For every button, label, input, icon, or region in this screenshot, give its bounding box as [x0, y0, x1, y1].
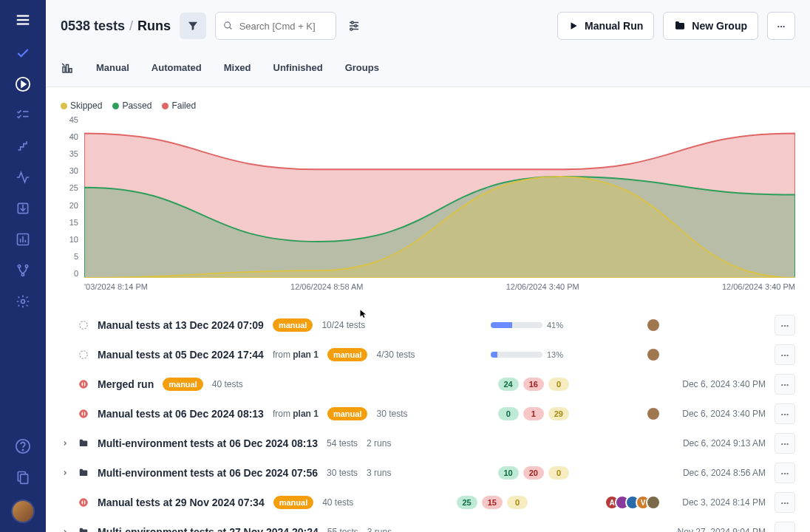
tab-groups[interactable]: Groups: [345, 59, 379, 76]
svg-point-41: [79, 498, 88, 507]
ellipsis-icon: ···: [780, 527, 789, 533]
run-title[interactable]: Multi-environment tests at 27 Nov 2024 2…: [98, 526, 319, 532]
row-more-button[interactable]: ···: [775, 492, 795, 513]
passed-pill: 24: [498, 378, 519, 391]
row-more-button[interactable]: ···: [775, 344, 795, 365]
steps-icon[interactable]: [14, 137, 32, 155]
expand-caret-icon[interactable]: [61, 469, 69, 477]
svg-point-24: [351, 21, 353, 24]
breadcrumb-current: Runs: [137, 18, 171, 34]
checklist-icon[interactable]: [14, 106, 32, 124]
skipped-pill: 0: [548, 466, 569, 480]
run-meta: 30 tests: [376, 409, 407, 419]
run-meta: 55 tests: [327, 527, 358, 532]
run-title[interactable]: Manual tests at 06 Dec 2024 08:13: [98, 408, 264, 420]
check-icon[interactable]: [14, 44, 32, 62]
new-group-button[interactable]: New Group: [663, 12, 758, 40]
assignee-avatars[interactable]: [646, 347, 661, 362]
skipped-pill: 29: [548, 407, 569, 420]
branch-icon[interactable]: [14, 262, 32, 279]
filter-button[interactable]: [180, 13, 206, 39]
chart-area: SkippedPassedFailed 454035302520151050 '…: [46, 87, 810, 304]
progress-pct: 13%: [547, 350, 569, 359]
pulse-icon[interactable]: [14, 168, 32, 186]
svg-point-18: [22, 449, 23, 450]
y-tick: 10: [61, 235, 78, 244]
run-row: Manual tests at 13 Dec 2024 07:09manual1…: [61, 310, 795, 340]
topbar: 0538 tests / Runs Manual Run New Grou: [46, 0, 810, 52]
chart-plot[interactable]: [84, 115, 795, 278]
docs-icon[interactable]: [14, 468, 32, 486]
bar-chart-icon[interactable]: [14, 231, 32, 248]
run-title[interactable]: Manual tests at 13 Dec 2024 07:09: [98, 319, 264, 331]
expand-caret-icon[interactable]: [61, 440, 69, 447]
help-icon[interactable]: [14, 437, 32, 455]
svg-line-22: [230, 27, 232, 30]
chart-legend: SkippedPassedFailed: [61, 100, 795, 111]
breadcrumb-root[interactable]: 0538 tests: [61, 18, 125, 34]
search-box[interactable]: [215, 12, 336, 40]
svg-rect-31: [67, 64, 69, 72]
run-title[interactable]: Merged run: [98, 378, 154, 390]
assignee-avatars[interactable]: AV: [605, 495, 661, 510]
legend-item: Failed: [162, 100, 196, 111]
ellipsis-icon: ···: [780, 468, 789, 479]
manual-run-button[interactable]: Manual Run: [557, 12, 654, 40]
run-timestamp: Nov 27, 2024 9:04 PM: [670, 527, 766, 532]
run-group-row: Multi-environment tests at 06 Dec 2024 0…: [61, 458, 795, 488]
breadcrumb-sep: /: [129, 18, 133, 34]
search-input[interactable]: [239, 21, 328, 32]
run-title[interactable]: Multi-environment tests at 06 Dec 2024 0…: [98, 467, 318, 479]
folder-icon: [78, 468, 89, 478]
svg-rect-43: [84, 501, 85, 505]
play-icon: [568, 21, 579, 31]
result-pills: 10200: [498, 466, 570, 480]
chart-toggle-icon[interactable]: [61, 61, 74, 75]
hamburger-menu-icon[interactable]: [12, 9, 34, 31]
run-row: Manual tests at 29 Nov 2024 07:34manual4…: [61, 488, 795, 517]
tab-automated[interactable]: Automated: [152, 59, 202, 76]
more-button[interactable]: ···: [767, 12, 795, 40]
x-tick: 12/06/2024 8:58 AM: [290, 282, 363, 291]
row-more-button[interactable]: ···: [775, 374, 795, 395]
row-more-button[interactable]: ···: [775, 463, 795, 483]
row-more-button[interactable]: ···: [775, 315, 795, 335]
run-title[interactable]: Manual tests at 29 Nov 2024 07:34: [98, 497, 265, 508]
main: 0538 tests / Runs Manual Run New Grou: [46, 0, 810, 532]
x-tick: 12/06/2024 3:40 PM: [722, 282, 795, 291]
tab-mixed[interactable]: Mixed: [224, 59, 251, 76]
legend-label: Skipped: [70, 100, 102, 111]
import-icon[interactable]: [14, 200, 32, 217]
assignee-avatars[interactable]: [646, 406, 661, 421]
ellipsis-icon: ···: [777, 21, 785, 32]
assignee-avatars[interactable]: [646, 318, 661, 332]
tab-unfinished[interactable]: Unfinished: [273, 59, 323, 76]
expand-caret-icon[interactable]: [61, 528, 69, 532]
settings-sliders-button[interactable]: [345, 17, 363, 35]
breadcrumb: 0538 tests / Runs: [61, 18, 171, 34]
result-pills: 0129: [498, 407, 569, 420]
row-more-button[interactable]: ···: [775, 403, 795, 424]
svg-marker-4: [21, 81, 26, 86]
user-avatar[interactable]: [11, 499, 35, 523]
run-title[interactable]: Manual tests at 05 Dec 2024 17:44: [98, 349, 264, 361]
row-more-button[interactable]: ···: [775, 522, 795, 532]
failed-pill: 20: [523, 466, 544, 480]
svg-rect-36: [82, 383, 83, 386]
play-circle-icon[interactable]: [14, 75, 32, 93]
svg-point-15: [21, 273, 24, 276]
tab-manual[interactable]: Manual: [96, 59, 129, 76]
gear-icon[interactable]: [14, 293, 32, 310]
row-more-button[interactable]: ···: [775, 433, 795, 454]
run-timestamp: Dec 6, 2024 3:40 PM: [670, 409, 766, 419]
run-meta: 40 tests: [322, 497, 353, 508]
run-title[interactable]: Multi-environment tests at 06 Dec 2024 0…: [98, 437, 318, 449]
run-type-tag: manual: [273, 496, 314, 509]
legend-item: Passed: [112, 100, 152, 111]
run-type-tag: manual: [327, 407, 368, 420]
y-tick: 30: [61, 166, 78, 175]
svg-point-33: [80, 321, 88, 330]
skipped-pill: 0: [507, 496, 528, 509]
result-pills: 25150: [457, 496, 528, 509]
paused-status-icon: [78, 379, 89, 389]
